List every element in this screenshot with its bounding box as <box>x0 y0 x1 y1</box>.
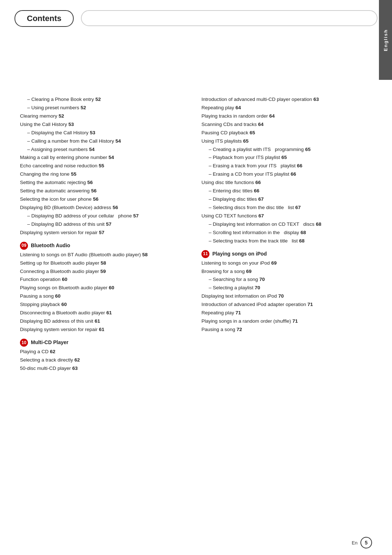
entry-page: 52 <box>95 97 101 102</box>
list-item: – Displaying BD address of your cellular… <box>20 212 191 220</box>
list-item: Setting the automatic rejecting 56 <box>20 179 191 187</box>
entry-text: Using CD TEXT functions <box>201 213 257 219</box>
entry-page: 69 <box>271 260 277 266</box>
entry-text: Displaying BD address of this unit <box>20 318 93 324</box>
right-column: Introduction of advanced multi-CD player… <box>201 96 372 373</box>
list-item: Playing songs on Bluetooth audio player … <box>20 284 191 292</box>
entry-page: 65 <box>250 130 255 135</box>
entry-text: Repeating play <box>201 105 234 110</box>
entry-text: Repeating play <box>201 310 234 315</box>
entry-page: 66 <box>291 171 296 177</box>
entry-text: Clearing memory <box>20 113 57 119</box>
entry-page: 70 <box>278 293 284 299</box>
entry-text: Stopping playback <box>20 302 60 307</box>
list-item: Connecting a Bluetooth audio player 59 <box>20 268 191 276</box>
footer: En 5 <box>352 537 372 548</box>
entry-page: 69 <box>246 269 252 274</box>
entry-text: – Displaying BD address of your cellular… <box>27 213 132 219</box>
entry-text: Playing songs on Bluetooth audio player <box>20 285 107 290</box>
entry-text: Pausing a song <box>201 327 235 332</box>
list-item: – Displaying disc titles 67 <box>201 196 372 203</box>
entry-page: 61 <box>95 318 100 324</box>
entry-text: Introduction of advanced multi-CD player… <box>201 97 312 102</box>
entry-text: – Using preset numbers <box>27 105 79 110</box>
entry-page: 67 <box>258 196 264 202</box>
entry-text: Introduction of advanced iPod adapter op… <box>201 302 306 307</box>
top-bar: Contents <box>0 0 392 27</box>
list-item: Setting up for Bluetooth audio player 58 <box>20 260 191 267</box>
entry-page: 68 <box>316 221 321 227</box>
list-item: – Displaying BD address of this unit 57 <box>20 221 191 228</box>
entry-page: 63 <box>72 366 78 371</box>
section-number: 09 <box>20 242 28 250</box>
content-area: – Clearing a Phone Book entry 52– Using … <box>0 85 392 380</box>
entry-text: Setting up for Bluetooth audio player <box>20 260 99 266</box>
entry-page: 67 <box>258 213 264 219</box>
entry-text: Displaying text information on iPod <box>201 293 277 299</box>
list-item: Using the Call History 53 <box>20 121 191 128</box>
list-item: Listening to songs on BT Audio (Bluetoot… <box>20 251 191 259</box>
entry-text: – Clearing a Phone Book entry <box>27 97 94 102</box>
entry-text: Setting the automatic rejecting <box>20 180 86 185</box>
entry-text: Listening to songs on your iPod <box>201 260 270 266</box>
entry-page: 64 <box>258 122 264 127</box>
entry-page: 58 <box>142 252 148 257</box>
entry-page: 60 <box>109 285 114 290</box>
list-item: – Assigning preset numbers 54 <box>20 146 191 154</box>
entry-page: 68 <box>301 230 306 235</box>
entry-page: 52 <box>81 105 86 110</box>
entry-text: Playing a CD <box>20 349 49 354</box>
list-item: Selecting the icon for user phone 56 <box>20 196 191 203</box>
list-item: Displaying text information on iPod 70 <box>201 293 372 300</box>
section-label: Playing songs on iPod <box>212 250 267 258</box>
entry-text: – Playback from your ITS playlist <box>209 155 280 160</box>
list-item: Repeating play 64 <box>201 104 372 112</box>
entry-page: 71 <box>236 310 241 315</box>
entry-page: 60 <box>61 302 67 307</box>
entry-text: Playing tracks in random order <box>201 113 268 119</box>
list-item: Using CD TEXT functions 67 <box>201 212 372 220</box>
list-item: – Using preset numbers 52 <box>20 104 191 112</box>
entry-page: 56 <box>113 205 118 210</box>
entry-page: 61 <box>99 327 105 332</box>
entry-text: Using the Call History <box>20 122 67 127</box>
entry-page: 66 <box>254 188 260 193</box>
entry-text: – Selecting a playlist <box>209 285 253 290</box>
entry-page: 71 <box>307 302 313 307</box>
list-item: Repeating play 71 <box>201 309 372 317</box>
entry-page: 55 <box>99 163 104 168</box>
list-item: Displaying system version for repair 61 <box>20 326 191 334</box>
entry-text: Connecting a Bluetooth audio player <box>20 269 99 274</box>
entry-text: – Selecting discs from the disc title li… <box>209 205 294 210</box>
entry-text: Browsing for a song <box>201 269 245 274</box>
entry-text: – Searching for a song <box>209 277 258 282</box>
entry-text: Setting the automatic answering <box>20 188 90 193</box>
entry-text: Echo canceling and noise reduction <box>20 163 97 168</box>
entry-text: – Erasing a track from your ITS playlist <box>209 163 295 168</box>
entry-text: – Creating a playlist with ITS programmi… <box>209 147 304 152</box>
entry-page: 56 <box>87 180 93 185</box>
entry-text: Scanning CDs and tracks <box>201 122 257 127</box>
entry-text: Using ITS playlists <box>201 138 242 144</box>
list-item: Displaying BD (Bluetooth Device) address… <box>20 204 191 212</box>
entry-page: 57 <box>99 230 105 235</box>
entry-page: 60 <box>62 277 68 282</box>
entry-text: Using disc title functions <box>201 180 254 185</box>
list-item: Listening to songs on your iPod 69 <box>201 260 372 267</box>
entry-page: 72 <box>237 327 242 332</box>
entry-page: 66 <box>297 163 302 168</box>
list-item: Pausing a song 72 <box>201 326 372 334</box>
list-item: Using disc title functions 66 <box>201 179 372 187</box>
section-header: 10Multi-CD Player <box>20 339 191 347</box>
section-header: 11Playing songs on iPod <box>201 250 372 258</box>
list-item: – Clearing a Phone Book entry 52 <box>20 96 191 103</box>
list-item: Playing tracks in random order 64 <box>201 113 372 120</box>
entry-page: 64 <box>236 105 241 110</box>
entry-page: 71 <box>292 318 298 324</box>
entry-text: Making a call by entering phone number <box>20 155 107 160</box>
list-item: Introduction of advanced iPod adapter op… <box>201 301 372 309</box>
list-item: – Displaying the Call History 53 <box>20 129 191 137</box>
entry-page: 68 <box>299 238 305 244</box>
section-label: Multi-CD Player <box>31 339 68 347</box>
entry-text: Disconnecting a Bluetooth audio player <box>20 310 105 315</box>
